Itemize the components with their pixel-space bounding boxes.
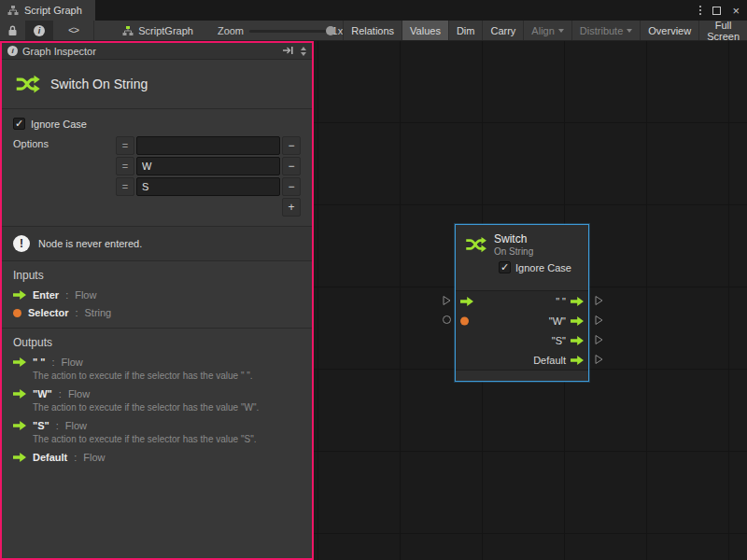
remove-option-button[interactable]: −	[282, 177, 301, 196]
port-circle-icon[interactable]	[443, 315, 451, 324]
graph-icon	[7, 5, 19, 16]
node-port-row: "S"	[456, 330, 588, 350]
drag-handle-icon[interactable]: =	[116, 177, 134, 196]
switch-on-string-node[interactable]: Switch On String ✓ Ignore Case " "	[455, 224, 589, 382]
option-input[interactable]	[136, 136, 280, 155]
selector-port[interactable]	[460, 316, 469, 325]
option-input[interactable]	[136, 177, 280, 196]
values-button[interactable]: Values	[402, 21, 448, 40]
flow-port-icon[interactable]	[571, 297, 584, 306]
carry-button[interactable]: Carry	[482, 21, 523, 40]
caret-down-icon	[627, 29, 632, 33]
flow-port-icon[interactable]	[571, 336, 584, 345]
relations-button[interactable]: Relations	[343, 21, 402, 40]
input-port-row: Enter : Flow	[13, 289, 301, 301]
options-field: Options = − = − = −	[13, 136, 301, 217]
option-input[interactable]	[136, 157, 280, 175]
graph-inspector-panel: i Graph Inspector Switch On String ✓ Ign…	[0, 41, 314, 560]
code-view-button[interactable]: <>	[53, 21, 94, 40]
zoom-slider[interactable]	[249, 21, 327, 41]
inspector-toggle-button[interactable]: i	[26, 21, 53, 40]
ignore-case-checkbox[interactable]: ✓ Ignore Case	[13, 118, 301, 130]
option-row: = −	[116, 177, 301, 196]
node-type-title: Switch On String	[50, 77, 148, 91]
warning-banner: ! Node is never entered.	[2, 226, 312, 261]
node-footer	[456, 370, 588, 381]
node-port-row: Default	[456, 350, 588, 370]
info-icon: i	[34, 25, 45, 36]
scrubber-icon[interactable]	[299, 47, 308, 56]
port-triangle-icon[interactable]	[443, 295, 451, 308]
inputs-header: Inputs	[13, 269, 301, 282]
port-triangle-icon[interactable]	[595, 315, 603, 328]
lock-button[interactable]	[0, 21, 26, 40]
value-port-icon	[460, 316, 469, 325]
distribute-button[interactable]: Distribute	[571, 21, 640, 40]
port-label: " "	[556, 296, 566, 307]
node-header: Switch On String ✓ Ignore Case	[456, 225, 588, 290]
port-description: The action to execute if the selector ha…	[33, 433, 301, 445]
add-option-button[interactable]: +	[282, 198, 301, 217]
align-button[interactable]: Align	[523, 21, 571, 40]
input-port-row: Selector : String	[13, 307, 301, 318]
port-description: The action to execute if the selector ha…	[33, 401, 301, 413]
port-label: "W"	[549, 315, 566, 327]
dim-button[interactable]: Dim	[448, 21, 483, 40]
overview-button[interactable]: Overview	[640, 21, 698, 40]
toolbar-button-group: Relations Values Dim Carry Align Distrib…	[343, 21, 747, 40]
output-port-row: "W" : Flow	[13, 388, 301, 399]
dock-icon[interactable]	[282, 46, 294, 57]
zoom-label: Zoom	[218, 21, 244, 40]
node-ignore-case-checkbox[interactable]: ✓ Ignore Case	[499, 261, 581, 273]
remove-option-button[interactable]: −	[282, 157, 301, 175]
option-row: = −	[116, 136, 301, 155]
close-icon[interactable]: ×	[732, 5, 740, 17]
node-title: Switch	[494, 232, 533, 245]
script-graph-icon	[122, 25, 134, 36]
node-subtitle: On String	[494, 246, 533, 257]
checkbox: ✓	[499, 261, 511, 273]
maximize-icon[interactable]	[712, 7, 721, 15]
zoom-slider-track	[249, 30, 327, 33]
port-triangle-icon[interactable]	[595, 334, 603, 347]
flow-port-icon	[13, 453, 26, 462]
check-icon: ✓	[15, 119, 23, 129]
flow-port-icon	[460, 297, 473, 306]
inspector-header-label: Graph Inspector	[22, 46, 96, 57]
drag-handle-icon[interactable]: =	[116, 157, 134, 175]
drag-handle-icon[interactable]: =	[116, 136, 134, 155]
flow-port-icon	[13, 357, 26, 367]
menu-icon[interactable]	[699, 6, 701, 15]
tab-script-graph[interactable]: Script Graph	[0, 0, 95, 21]
inspector-title-row: Switch On String	[2, 60, 312, 108]
value-port-icon	[13, 309, 21, 317]
flow-port-icon[interactable]	[571, 316, 584, 326]
node-port-row: "W"	[456, 311, 588, 330]
inspector-header: i Graph Inspector	[2, 43, 312, 60]
node-port-row: " "	[456, 291, 588, 311]
port-triangle-icon[interactable]	[595, 354, 603, 367]
fullscreen-button[interactable]: Full Screen	[698, 21, 747, 40]
port-label: Default	[533, 355, 566, 366]
script-graph-window: Script Graph × i <>	[0, 0, 747, 560]
enter-port[interactable]	[460, 297, 473, 306]
node-body: " " "W" "S" Default	[456, 290, 588, 370]
lock-icon	[7, 25, 18, 36]
window-controls: ×	[699, 0, 747, 21]
checkbox: ✓	[13, 118, 25, 130]
port-label: "S"	[552, 335, 566, 346]
flow-port-icon	[13, 290, 26, 300]
zoom-slider-knob[interactable]	[326, 26, 335, 35]
options-list: = − = − = − +	[116, 136, 301, 217]
caret-down-icon	[558, 29, 564, 33]
output-port-row: " " : Flow	[13, 357, 301, 368]
graph-name-label: ScriptGraph	[138, 25, 193, 36]
flow-port-icon[interactable]	[571, 356, 584, 365]
switch-icon	[13, 70, 41, 98]
port-triangle-icon[interactable]	[595, 295, 603, 308]
warning-text: Node is never entered.	[38, 238, 142, 249]
remove-option-button[interactable]: −	[282, 136, 301, 155]
graph-breadcrumb[interactable]: ScriptGraph	[122, 21, 193, 40]
warning-icon: !	[13, 235, 30, 252]
outputs-section: Outputs " " : Flow The action to execute…	[2, 329, 312, 472]
